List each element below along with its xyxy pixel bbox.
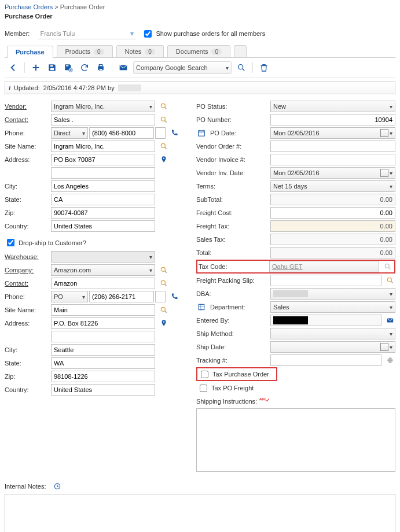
- search-icon[interactable]: [159, 278, 169, 289]
- site-input[interactable]: [51, 141, 155, 152]
- search-button[interactable]: [235, 61, 248, 74]
- site-label: Site Name:: [5, 143, 51, 150]
- svg-rect-0: [50, 65, 53, 66]
- member-select[interactable]: Francis Tulu ▾: [38, 28, 136, 39]
- shipmethod-select[interactable]: ▾: [270, 328, 395, 339]
- chevron-down-icon: ▾: [390, 344, 392, 350]
- ship-phone-type-select[interactable]: PO▾: [51, 291, 88, 302]
- search-icon[interactable]: [383, 261, 393, 272]
- ship-site-label: Site Name:: [5, 306, 51, 313]
- phone-type-select[interactable]: Direct▾: [51, 127, 88, 139]
- ship-company-select[interactable]: Amazon.com▾: [51, 264, 155, 276]
- freightcost-input[interactable]: [270, 207, 395, 219]
- ship-address-input[interactable]: [51, 317, 155, 329]
- vendor-invdate-picker[interactable]: Mon 02/05/2016▾: [270, 167, 395, 179]
- svg-point-19: [387, 278, 391, 282]
- phone-icon[interactable]: [169, 128, 179, 138]
- globe-icon[interactable]: [385, 355, 395, 365]
- search-icon[interactable]: [159, 101, 169, 112]
- packslip-input[interactable]: [270, 275, 381, 286]
- svg-rect-6: [99, 69, 102, 71]
- tab-settings[interactable]: [234, 45, 247, 57]
- internal-notes-textarea[interactable]: [5, 494, 395, 532]
- ship-city-input[interactable]: [51, 344, 155, 356]
- clock-icon[interactable]: [52, 481, 63, 492]
- tab-purchase[interactable]: Purchase: [7, 46, 53, 58]
- print-button[interactable]: [94, 61, 107, 74]
- zip-input[interactable]: [51, 207, 155, 219]
- dropship-checkbox[interactable]: [7, 239, 14, 246]
- search-icon[interactable]: [159, 114, 169, 125]
- map-pin-icon[interactable]: [159, 318, 169, 328]
- address2-input[interactable]: [51, 167, 155, 179]
- dba-select[interactable]: ▾: [270, 288, 395, 300]
- show-all-checkbox[interactable]: [144, 30, 152, 38]
- search-icon[interactable]: [385, 275, 395, 286]
- vendor-invoice-input[interactable]: [270, 154, 395, 165]
- tab-products[interactable]: Products0: [57, 45, 113, 57]
- refresh-button[interactable]: [78, 61, 91, 74]
- vendor-label: Vendor:: [5, 103, 51, 110]
- warehouse-select[interactable]: ▾: [51, 251, 155, 263]
- state-input[interactable]: [51, 194, 155, 205]
- tab-documents[interactable]: Documents0: [167, 45, 230, 57]
- ship-phone-ext-input[interactable]: [155, 291, 166, 302]
- breadcrumb-root[interactable]: Purchase Orders: [5, 3, 53, 10]
- phone-input[interactable]: [89, 127, 154, 139]
- city-input[interactable]: [51, 180, 155, 192]
- po-number-input[interactable]: [270, 114, 395, 125]
- phone-icon[interactable]: [169, 291, 179, 302]
- date-icon: [380, 169, 388, 177]
- tax-po-checkbox[interactable]: [201, 371, 208, 378]
- search-icon[interactable]: [159, 265, 169, 275]
- ship-country-input[interactable]: [51, 384, 155, 396]
- search-icon[interactable]: [159, 141, 169, 152]
- delete-button[interactable]: [258, 61, 270, 74]
- back-button[interactable]: [7, 61, 20, 74]
- tab-badge: 0: [94, 49, 104, 55]
- save-button[interactable]: [46, 61, 58, 74]
- chevron-down-icon: ▾: [390, 331, 392, 337]
- zip-label: Zip:: [5, 209, 51, 216]
- tracking-input[interactable]: [270, 354, 381, 366]
- ship-phone-input[interactable]: [89, 291, 154, 302]
- spellcheck-icon[interactable]: ᴬᴮᶜ✓: [259, 397, 270, 403]
- save-new-button[interactable]: [62, 61, 75, 74]
- ship-contact-input[interactable]: [51, 278, 155, 289]
- country-input[interactable]: [51, 220, 155, 232]
- new-button[interactable]: [30, 61, 42, 74]
- po-status-select[interactable]: New▾: [270, 101, 395, 112]
- terms-select[interactable]: Net 15 days▾: [270, 180, 395, 192]
- svg-rect-5: [99, 65, 102, 66]
- taxcode-select[interactable]: Oahu GET: [269, 261, 379, 272]
- breadcrumb-leaf: Purchase Order: [60, 3, 105, 10]
- search-icon[interactable]: [159, 305, 169, 315]
- contact-input[interactable]: [51, 114, 155, 125]
- vendor-order-input[interactable]: [270, 141, 395, 152]
- po-date-picker[interactable]: Mon 02/05/2016▾: [270, 127, 395, 139]
- department-icon[interactable]: [196, 302, 207, 312]
- ship-zip-input[interactable]: [51, 371, 155, 382]
- po-status-label: PO Status:: [196, 103, 270, 110]
- tax-po-label: Tax Purchase Order: [212, 371, 269, 378]
- ship-phone-label: Phone:: [5, 293, 51, 300]
- shipdate-picker[interactable]: ▾: [270, 341, 395, 353]
- email-button[interactable]: [117, 61, 130, 74]
- shipping-instructions-textarea[interactable]: [196, 408, 395, 472]
- tab-notes[interactable]: Notes0: [116, 45, 164, 57]
- dept-select[interactable]: Sales▾: [270, 301, 395, 313]
- tax-freight-checkbox[interactable]: [200, 385, 207, 392]
- vendor-select[interactable]: Ingram Micro, Inc.▾: [51, 101, 155, 112]
- phone-ext-input[interactable]: [155, 127, 166, 139]
- ship-address2-input[interactable]: [51, 331, 155, 342]
- map-pin-icon[interactable]: [159, 154, 169, 165]
- search-engine-combo[interactable]: Company Google Search▾: [133, 61, 232, 74]
- tab-label: Notes: [125, 48, 142, 55]
- address-input[interactable]: [51, 154, 155, 165]
- calendar-icon[interactable]: [196, 128, 207, 138]
- email-icon[interactable]: [385, 315, 395, 326]
- ship-site-input[interactable]: [51, 304, 155, 316]
- dropship-label: Drop-ship to Customer?: [19, 239, 86, 246]
- ship-state-input[interactable]: [51, 357, 155, 369]
- chevron-down-icon: ▾: [390, 304, 392, 311]
